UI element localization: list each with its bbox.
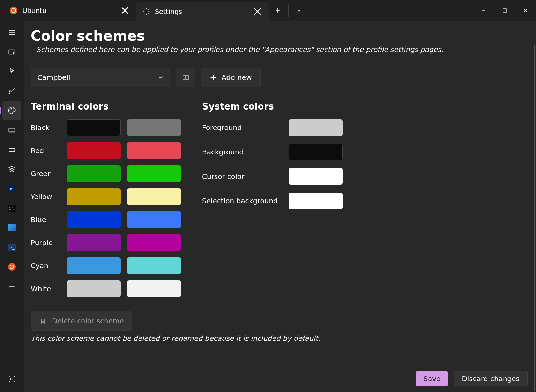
sidebar-item-rendering[interactable]: [2, 121, 21, 140]
tab-ubuntu-label: Ubuntu: [22, 7, 115, 14]
close-icon[interactable]: [120, 6, 130, 15]
plus-icon: +: [210, 73, 217, 82]
cmd-icon: C:\: [8, 205, 16, 212]
color-label-red: Red: [31, 146, 60, 155]
gear-icon: [142, 8, 150, 15]
sidebar-profile-powershell-7[interactable]: >_: [2, 238, 21, 257]
minimize-button[interactable]: [473, 0, 494, 21]
svg-rect-1: [503, 9, 506, 12]
color-label-blue: Blue: [31, 216, 60, 224]
system-color-label-cursor-color: Cursor color: [202, 172, 282, 181]
tab-ubuntu[interactable]: Ubuntu: [3, 0, 136, 21]
color-swatch-red-bright[interactable]: [127, 142, 181, 159]
sidebar-item-defaults[interactable]: [2, 160, 21, 179]
color-swatch-yellow-normal[interactable]: [67, 188, 121, 205]
powershell-icon: >_: [8, 244, 16, 251]
system-colors-section: System colors ForegroundBackgroundCursor…: [202, 101, 343, 297]
svg-rect-2: [9, 50, 15, 54]
color-swatch-blue-bright[interactable]: [127, 211, 181, 228]
svg-rect-13: [183, 75, 185, 80]
close-icon[interactable]: [253, 7, 262, 16]
color-swatch-blue-normal[interactable]: [67, 211, 121, 228]
color-swatch-black-bright[interactable]: [127, 119, 181, 136]
color-label-green: Green: [31, 169, 60, 178]
footer-bar: Save Discard changes: [31, 365, 536, 392]
system-color-label-foreground: Foreground: [202, 123, 282, 132]
system-color-swatch-selection-background[interactable]: [289, 193, 343, 209]
color-swatch-cyan-normal[interactable]: [67, 257, 121, 274]
title-bar: Ubuntu Settings: [0, 0, 536, 21]
new-tab-button[interactable]: [269, 0, 287, 21]
color-swatch-purple-normal[interactable]: [67, 234, 121, 251]
color-swatch-black-normal[interactable]: [67, 119, 121, 136]
page-description: Schemes defined here can be applied to y…: [36, 45, 528, 54]
page-title: Color schemes: [31, 28, 528, 44]
trash-icon: [39, 317, 47, 325]
rename-scheme-button[interactable]: [176, 68, 195, 87]
svg-rect-7: [9, 128, 15, 132]
rename-icon: [181, 73, 190, 82]
system-color-swatch-foreground[interactable]: [289, 119, 343, 136]
svg-point-0: [145, 10, 147, 13]
color-swatch-green-normal[interactable]: [67, 165, 121, 182]
save-button[interactable]: Save: [416, 371, 448, 386]
system-color-swatch-background[interactable]: [289, 144, 343, 160]
save-button-label: Save: [423, 375, 440, 383]
system-color-label-background: Background: [202, 148, 282, 156]
discard-button[interactable]: Discard changes: [454, 371, 528, 386]
sidebar-profile-powershell[interactable]: >_: [2, 179, 21, 198]
add-profile-button[interactable]: [2, 277, 21, 296]
delete-scheme-label: Delete color scheme: [52, 317, 124, 325]
hamburger-menu-button[interactable]: [2, 23, 21, 42]
color-label-purple: Purple: [31, 239, 60, 247]
color-label-black: Black: [31, 123, 60, 132]
discard-button-label: Discard changes: [462, 375, 520, 383]
color-swatch-white-bright[interactable]: [127, 280, 181, 297]
add-new-label: Add new: [222, 73, 252, 82]
system-color-swatch-cursor-color[interactable]: [289, 168, 343, 185]
close-window-button[interactable]: [515, 0, 536, 21]
sidebar-item-color-schemes[interactable]: [2, 101, 21, 120]
svg-point-5: [11, 108, 12, 110]
system-color-label-selection-background: Selection background: [202, 197, 282, 205]
scheme-dropdown[interactable]: Campbell: [31, 68, 170, 87]
ubuntu-icon: [10, 7, 17, 14]
scheme-selector-row: Campbell + Add new: [31, 68, 528, 87]
svg-rect-8: [9, 148, 15, 151]
delete-scheme-button[interactable]: Delete color scheme: [31, 311, 132, 331]
svg-point-10: [11, 150, 12, 150]
sidebar-profile-azure[interactable]: [2, 218, 21, 237]
ubuntu-icon: [8, 263, 16, 271]
svg-rect-14: [186, 75, 188, 80]
color-swatch-yellow-bright[interactable]: [127, 188, 181, 205]
color-swatch-cyan-bright[interactable]: [127, 257, 181, 274]
sidebar-profile-cmd[interactable]: C:\: [2, 199, 21, 218]
svg-point-11: [13, 150, 13, 150]
sidebar: >_ C:\ >_: [0, 21, 24, 392]
color-swatch-purple-bright[interactable]: [127, 234, 181, 251]
color-swatch-green-bright[interactable]: [127, 165, 181, 182]
powershell-icon: >_: [8, 185, 16, 192]
divider: [288, 4, 289, 17]
color-label-cyan: Cyan: [31, 262, 60, 270]
scrollbar[interactable]: [534, 45, 535, 391]
color-swatch-white-normal[interactable]: [67, 280, 121, 297]
tab-settings[interactable]: Settings: [136, 2, 269, 21]
sidebar-settings-button[interactable]: [2, 370, 21, 389]
sidebar-item-actions[interactable]: [2, 140, 21, 159]
sidebar-item-interaction[interactable]: [2, 62, 21, 81]
sidebar-item-startup[interactable]: [2, 43, 21, 61]
maximize-button[interactable]: [494, 0, 515, 21]
svg-point-4: [9, 110, 10, 111]
svg-point-9: [10, 150, 10, 150]
delete-scheme-note: This color scheme cannot be deleted or r…: [31, 334, 528, 342]
tab-settings-label: Settings: [155, 8, 248, 15]
terminal-colors-section: Terminal colors BlackRedGreenYellowBlueP…: [31, 101, 181, 297]
sidebar-item-appearance[interactable]: [2, 82, 21, 100]
sidebar-profile-ubuntu[interactable]: [2, 257, 21, 276]
color-swatch-red-normal[interactable]: [67, 142, 121, 159]
window-controls: [473, 0, 536, 21]
add-new-scheme-button[interactable]: + Add new: [201, 68, 261, 87]
azure-icon: [8, 224, 16, 231]
tab-dropdown-button[interactable]: [290, 0, 308, 21]
